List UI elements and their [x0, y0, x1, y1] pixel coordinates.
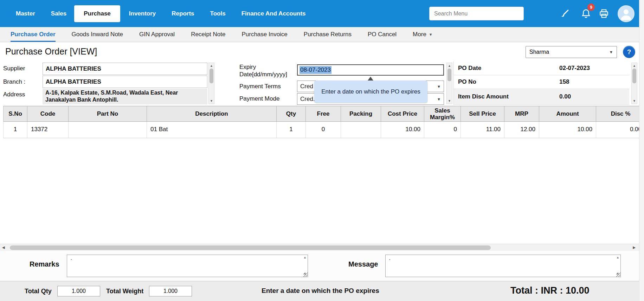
scroll-right-icon[interactable]: ▶: [633, 245, 636, 249]
horizontal-scrollbar[interactable]: ◀ ▶: [0, 244, 639, 251]
table-header-cell: MRP: [504, 106, 539, 121]
window-scrollbar[interactable]: [639, 0, 644, 301]
message-textarea[interactable]: · ▲ ▼: [385, 255, 621, 277]
expiry-date-input[interactable]: 08-07-2023: [297, 64, 444, 76]
scroll-down-icon[interactable]: ▼: [447, 99, 452, 103]
user-avatar[interactable]: [618, 5, 635, 22]
table-cell[interactable]: 13372: [27, 122, 69, 138]
item-disc-row: Item Disc Amount 0.00: [454, 89, 629, 105]
table-cell[interactable]: 12.00: [504, 122, 539, 138]
table-cell[interactable]: 0.00: [596, 122, 644, 138]
tab-label: PO Cancel: [368, 31, 397, 38]
table-cell[interactable]: 10.00: [381, 122, 424, 138]
table-cell[interactable]: 1: [4, 122, 27, 138]
scroll-up-icon[interactable]: ▲: [303, 256, 307, 259]
total-qty-input[interactable]: [57, 286, 100, 296]
table-header-cell: Cost Price: [381, 106, 424, 121]
table-header-cell: Free: [306, 106, 341, 121]
scrollbar-thumb[interactable]: [210, 69, 213, 83]
help-button[interactable]: ?: [623, 46, 635, 58]
tab-goods-inward-note[interactable]: Goods Inward Note: [72, 27, 123, 42]
po-date-row: PO Date 02-07-2023: [454, 62, 629, 75]
total-weight-label: Total Weight: [106, 288, 143, 295]
resize-grip-icon[interactable]: [616, 273, 621, 277]
scrollbar-thumb[interactable]: [447, 69, 451, 81]
chevron-down-icon: ▼: [437, 97, 441, 101]
chevron-down-icon: ▼: [429, 32, 433, 37]
tab-purchase-returns[interactable]: Purchase Returns: [304, 27, 352, 42]
tab-receipt-note[interactable]: Receipt Note: [191, 27, 225, 42]
table-cell[interactable]: 10.00: [539, 122, 596, 138]
scroll-down-icon[interactable]: ▼: [632, 99, 637, 103]
tab-label: Goods Inward Note: [72, 31, 123, 38]
resize-grip-icon[interactable]: [303, 273, 308, 277]
nav-item-tools[interactable]: Tools: [210, 10, 226, 17]
nav-item-sales[interactable]: Sales: [51, 10, 66, 17]
tab-label: Purchase Returns: [304, 31, 352, 38]
table-cell[interactable]: 01 Bat: [147, 122, 277, 138]
table-cell[interactable]: [341, 122, 381, 138]
tab-purchase-order[interactable]: Purchase Order: [11, 27, 56, 42]
purchase-tabbar: Purchase Order Goods Inward Note GIN App…: [0, 27, 639, 42]
page-title: Purchase Order [VIEW]: [5, 46, 97, 57]
table-cell[interactable]: [69, 122, 147, 138]
right-column-scrollbar[interactable]: ▲ ▼: [631, 63, 637, 104]
middle-column-scrollbar[interactable]: ▲ ▼: [446, 63, 452, 104]
theme-brush-icon[interactable]: [559, 8, 571, 20]
payment-terms-label: Payment Terms: [239, 83, 281, 90]
branch-value[interactable]: ALPHA BATTERIES: [43, 76, 207, 88]
tab-label: Receipt Note: [191, 31, 225, 38]
search-input[interactable]: [429, 7, 524, 20]
scroll-left-icon[interactable]: ◀: [2, 245, 5, 249]
table-row[interactable]: 11337201 Bat1010.00011.0012.0010.000.00: [3, 122, 644, 138]
address-value[interactable]: A-16, Kalpak Estate, S.M.Road, Wadala Ea…: [43, 89, 207, 104]
tab-label: More: [413, 31, 426, 38]
table-header-row: S.NoCodePart NoDescriptionQtyFreePacking…: [3, 106, 644, 122]
table-body: 11337201 Bat1010.00011.0012.0010.000.00: [3, 122, 644, 138]
item-disc-amount-label: Item Disc Amount: [454, 93, 559, 100]
table-cell[interactable]: 0: [424, 122, 461, 138]
remarks-textarea[interactable]: · ▲ ▼: [67, 255, 308, 277]
table-header-cell: Disc %: [596, 106, 644, 121]
user-dropdown-value: Sharma: [529, 49, 549, 55]
payment-terms-value: Cred: [300, 83, 313, 90]
address-label: Address: [3, 91, 25, 98]
po-date-label: PO Date: [454, 65, 559, 72]
nav-item-purchase-active[interactable]: Purchase: [74, 5, 120, 22]
tab-label: Purchase Invoice: [242, 31, 287, 38]
message-value: ·: [389, 256, 391, 262]
tab-gin-approval[interactable]: GIN Approval: [139, 27, 175, 42]
scroll-down-icon[interactable]: ▼: [209, 99, 214, 103]
scroll-up-icon[interactable]: ▲: [632, 64, 637, 68]
table-cell[interactable]: 0: [306, 122, 341, 138]
nav-item-reports[interactable]: Reports: [172, 10, 194, 17]
table-header-cell: Sell Price: [461, 106, 504, 121]
tab-purchase-invoice[interactable]: Purchase Invoice: [242, 27, 287, 42]
tab-more[interactable]: More▼: [413, 27, 433, 42]
total-weight-input[interactable]: [149, 286, 192, 296]
expiry-date-selected-text: 08-07-2023: [300, 66, 331, 74]
print-icon[interactable]: [598, 8, 610, 20]
payment-mode-label: Payment Mode: [239, 95, 279, 102]
scroll-up-icon[interactable]: ▲: [209, 64, 214, 68]
scrollbar-thumb[interactable]: [632, 69, 636, 83]
scroll-up-icon[interactable]: ▲: [616, 256, 619, 259]
chevron-down-icon: ▼: [437, 84, 441, 89]
user-dropdown[interactable]: Sharma ▼: [526, 46, 617, 58]
tab-po-cancel[interactable]: PO Cancel: [368, 27, 397, 42]
chevron-down-icon: ▼: [609, 50, 613, 54]
table-cell[interactable]: 11.00: [461, 122, 504, 138]
tab-label: GIN Approval: [139, 31, 175, 38]
scroll-up-icon[interactable]: ▲: [447, 64, 452, 68]
purchase-order-page: Master Sales Purchase Inventory Reports …: [0, 0, 644, 301]
left-column-scrollbar[interactable]: ▲ ▼: [208, 63, 214, 104]
supplier-value[interactable]: ALPHA BATTERIES: [43, 63, 207, 75]
top-navbar: Master Sales Purchase Inventory Reports …: [0, 0, 639, 27]
table-cell[interactable]: 1: [277, 122, 306, 138]
item-disc-amount-value: 0.00: [559, 93, 571, 100]
table-header-cell: S.No: [4, 106, 27, 121]
nav-item-finance-and-accounts[interactable]: Finance And Accounts: [242, 10, 306, 17]
hscroll-thumb[interactable]: [10, 245, 491, 250]
nav-item-master[interactable]: Master: [16, 10, 35, 17]
nav-item-inventory[interactable]: Inventory: [129, 10, 156, 17]
